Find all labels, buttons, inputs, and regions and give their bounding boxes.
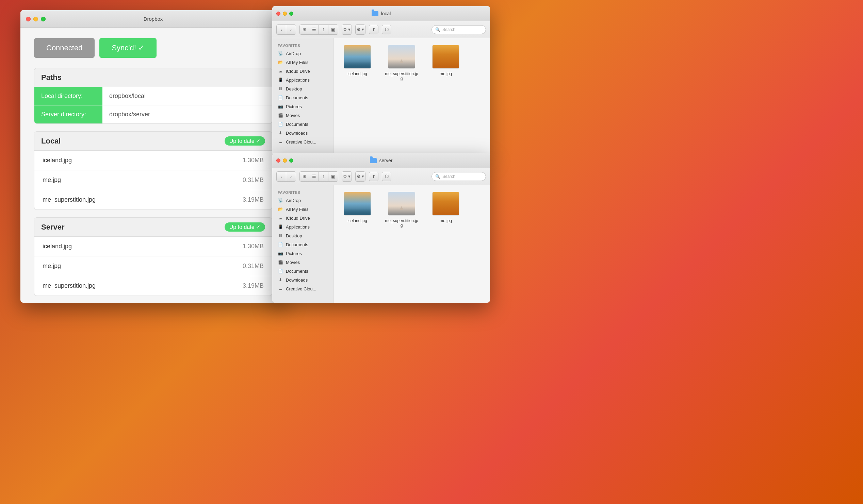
finder-local-share-button[interactable]: ⬆ — [369, 25, 378, 34]
finder-server-share-button[interactable]: ⬆ — [369, 172, 378, 181]
finder-server-close[interactable] — [276, 158, 280, 163]
finder-server-maximize[interactable] — [289, 158, 293, 163]
paths-header: Paths — [34, 68, 272, 87]
local-file-row-2: me_superstition.jpg 3.19MB — [34, 190, 272, 209]
local-heading: Local — [41, 137, 61, 145]
finder-local-nav-group: ‹ › — [276, 25, 296, 35]
traffic-lights — [26, 17, 46, 22]
server-sidebar-label-creative-cloud: Creative Clou... — [286, 286, 316, 292]
finder-server-titlebar: server — [272, 153, 490, 168]
finder-server-search-box[interactable]: 🔍 Search — [432, 172, 486, 181]
finder-local-list-view[interactable]: ☰ — [309, 25, 319, 34]
server-file-item-iceland[interactable]: iceland.jpg — [340, 192, 374, 223]
server-file-name-2: me_superstition.jpg — [42, 282, 96, 289]
finder-server-window: server ‹ › ⊞ ☰ ⫿ ▣ ⚙ ▾ ⚙ ▾ ⬆ ⬡ 🔍 Search … — [272, 153, 490, 303]
finder-server-back-button[interactable]: ‹ — [277, 172, 286, 181]
server-file-row-0: iceland.jpg 1.30MB — [34, 237, 272, 256]
connected-button[interactable]: Connected — [34, 38, 95, 58]
server-pics-icon: 📷 — [278, 251, 283, 256]
server-sidebar-item-downloads[interactable]: ⬇ Downloads — [272, 275, 333, 284]
finder-server-minimize[interactable] — [283, 158, 287, 163]
server-sidebar-item-creative-cloud[interactable]: ☁ Creative Clou... — [272, 284, 333, 293]
server-sidebar-item-all-my-files[interactable]: 📂 All My Files — [272, 205, 333, 214]
local-file-name-1: me.jpg — [42, 177, 61, 184]
sidebar-item-icloud-drive[interactable]: ☁ iCloud Drive — [272, 67, 333, 76]
sidebar-label-downloads: Downloads — [286, 131, 308, 136]
server-sidebar-item-airdrop[interactable]: 📡 AirDrop — [272, 196, 333, 205]
finder-server-search-placeholder: Search — [442, 174, 455, 179]
finder-server-action-button[interactable]: ⚙ ▾ — [355, 172, 365, 181]
sidebar-label-icloud: iCloud Drive — [286, 69, 310, 74]
desktop-icon: 🖥 — [278, 86, 283, 91]
server-sidebar-item-documents[interactable]: 📄 Documents — [272, 240, 333, 249]
server-sidebar-label-downloads: Downloads — [286, 277, 308, 283]
finder-local-tag-button[interactable]: ⬡ — [382, 25, 391, 34]
local-file-row-0: iceland.jpg 1.30MB — [34, 151, 272, 170]
finder-local-search-box[interactable]: 🔍 Search — [432, 25, 486, 34]
finder-server-column-view[interactable]: ⫿ — [319, 172, 328, 181]
sidebar-item-all-my-files[interactable]: 📂 All My Files — [272, 58, 333, 67]
finder-server-cover-view[interactable]: ▣ — [328, 172, 338, 181]
finder-server-icon-view[interactable]: ⊞ — [300, 172, 309, 181]
server-file-item-me-superstition[interactable]: me_superstition.jpg — [385, 192, 418, 228]
minimize-button[interactable] — [33, 17, 38, 22]
finder-server-body: Favorites 📡 AirDrop 📂 All My Files ☁ iCl… — [272, 185, 490, 303]
sidebar-item-documents2[interactable]: 📄 Documents — [272, 120, 333, 129]
sidebar-item-movies[interactable]: 🎬 Movies — [272, 111, 333, 120]
finder-server-list-view[interactable]: ☰ — [309, 172, 319, 181]
finder-local-close[interactable] — [276, 12, 280, 16]
finder-local-column-view[interactable]: ⫿ — [319, 25, 328, 34]
sidebar-label-movies: Movies — [286, 113, 300, 118]
sidebar-item-airdrop[interactable]: 📡 AirDrop — [272, 49, 333, 58]
finder-server-sort-group: ⚙ ▾ — [342, 171, 352, 182]
server-sidebar-item-icloud-drive[interactable]: ☁ iCloud Drive — [272, 214, 333, 222]
finder-server-sidebar: Favorites 📡 AirDrop 📂 All My Files ☁ iCl… — [272, 185, 334, 303]
sidebar-item-creative-cloud[interactable]: ☁ Creative Clou... — [272, 138, 333, 146]
server-section-header: Server Up to date ✓ — [34, 218, 272, 237]
finder-server-title: server — [379, 158, 393, 163]
server-sidebar-item-movies[interactable]: 🎬 Movies — [272, 258, 333, 267]
finder-server-title-area: server — [370, 158, 393, 163]
server-sidebar-item-documents2[interactable]: 📄 Documents — [272, 267, 333, 275]
finder-local-forward-button[interactable]: › — [286, 25, 296, 34]
file-item-iceland[interactable]: iceland.jpg — [340, 45, 374, 76]
server-sidebar-item-pictures[interactable]: 📷 Pictures — [272, 249, 333, 258]
close-button[interactable] — [26, 17, 30, 22]
finder-local-action-button[interactable]: ⚙ ▾ — [355, 25, 365, 34]
finder-server-sort-button[interactable]: ⚙ ▾ — [342, 172, 351, 181]
file-thumb-me — [432, 45, 459, 69]
finder-local-maximize[interactable] — [289, 12, 293, 16]
sidebar-item-desktop[interactable]: 🖥 Desktop — [272, 84, 333, 93]
finder-local-folder-icon — [372, 11, 378, 16]
maximize-button[interactable] — [41, 17, 46, 22]
server-docs-icon: 📄 — [278, 242, 283, 247]
finder-local-minimize[interactable] — [283, 12, 287, 16]
file-item-me[interactable]: me.jpg — [429, 45, 463, 76]
server-file-item-me[interactable]: me.jpg — [429, 192, 463, 223]
file-item-me-superstition[interactable]: me_superstition.jpg — [385, 45, 418, 81]
finder-server-view-group: ⊞ ☰ ⫿ ▣ — [299, 171, 338, 182]
docs2-icon: 📄 — [278, 121, 283, 127]
finder-server-nav-group: ‹ › — [276, 171, 296, 182]
finder-server-toolbar: ‹ › ⊞ ☰ ⫿ ▣ ⚙ ▾ ⚙ ▾ ⬆ ⬡ 🔍 Search — [272, 168, 490, 185]
finder-server-tag-button[interactable]: ⬡ — [382, 172, 391, 181]
server-sidebar-item-desktop[interactable]: 🖥 Desktop — [272, 231, 333, 240]
finder-local-favorites-label: Favorites — [272, 42, 333, 49]
finder-server-forward-button[interactable]: › — [286, 172, 296, 181]
sidebar-item-downloads[interactable]: ⬇ Downloads — [272, 129, 333, 138]
icloud-icon: ☁ — [278, 68, 283, 74]
finder-local-action-group: ⚙ ▾ — [355, 25, 365, 35]
server-sidebar-item-applications[interactable]: 📱 Applications — [272, 222, 333, 231]
finder-local-back-button[interactable]: ‹ — [277, 25, 286, 34]
finder-local-cover-view[interactable]: ▣ — [328, 25, 338, 34]
file-label-me-superstition: me_superstition.jpg — [385, 72, 418, 81]
synced-button[interactable]: Sync'd! ✓ — [99, 38, 157, 58]
server-sidebar-label-icloud: iCloud Drive — [286, 216, 310, 221]
sidebar-item-applications[interactable]: 📱 Applications — [272, 76, 333, 84]
sidebar-item-documents[interactable]: 📄 Documents — [272, 93, 333, 102]
finder-local-sort-button[interactable]: ⚙ ▾ — [342, 25, 351, 34]
finder-local-traffic-lights — [276, 12, 293, 16]
sidebar-item-pictures[interactable]: 📷 Pictures — [272, 102, 333, 111]
finder-local-icon-view[interactable]: ⊞ — [300, 25, 309, 34]
file-label-me: me.jpg — [440, 72, 452, 76]
